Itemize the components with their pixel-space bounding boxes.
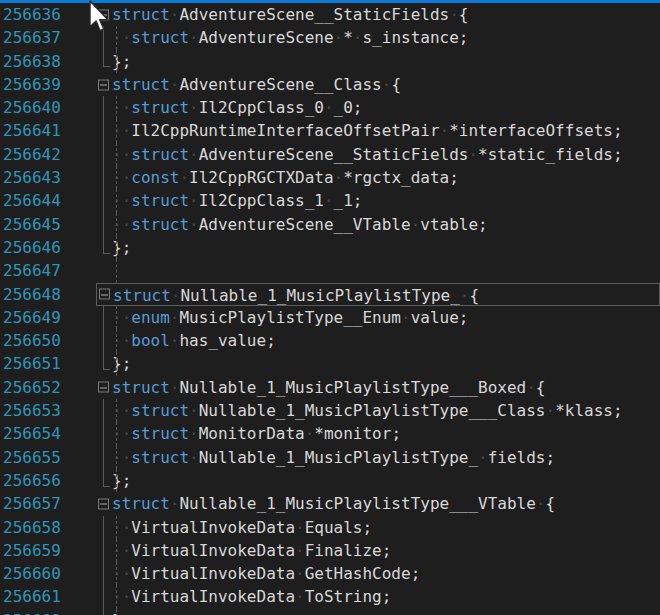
code-line[interactable]: 256647 bbox=[0, 259, 660, 282]
fold-collapse-icon[interactable] bbox=[96, 492, 112, 515]
fold-region-line bbox=[96, 352, 112, 375]
code-text[interactable]: }; bbox=[112, 609, 660, 615]
code-text[interactable]: ··VirtualInvokeData·GetHashCode; bbox=[112, 562, 660, 585]
fold-region-line bbox=[96, 213, 112, 236]
fold-region-line bbox=[96, 609, 112, 615]
code-text[interactable]: struct·AdventureScene__StaticFields·{ bbox=[112, 3, 660, 26]
line-number: 256647 bbox=[0, 259, 96, 282]
code-line[interactable]: 256641··Il2CppRuntimeInterfaceOffsetPair… bbox=[0, 119, 660, 142]
code-line[interactable]: 256657struct·Nullable_1_MusicPlaylistTyp… bbox=[0, 492, 660, 515]
line-number: 256641 bbox=[0, 119, 96, 142]
code-text[interactable]: struct·Nullable_1_MusicPlaylistType_·{ bbox=[113, 284, 659, 305]
line-number: 256646 bbox=[0, 236, 96, 259]
line-number: 256639 bbox=[0, 73, 96, 96]
code-line[interactable]: 256644··struct·Il2CppClass_1·_1; bbox=[0, 189, 660, 212]
code-line[interactable]: 256645··struct·AdventureScene__VTable·vt… bbox=[0, 213, 660, 236]
line-number: 256653 bbox=[0, 399, 96, 422]
code-line[interactable]: 256642··struct·AdventureScene__StaticFie… bbox=[0, 143, 660, 166]
code-text[interactable]: ··struct·Il2CppClass_1·_1; bbox=[112, 189, 660, 212]
code-text[interactable]: ··enum·MusicPlaylistType__Enum·value; bbox=[112, 306, 660, 329]
code-text[interactable]: ··const·Il2CppRGCTXData·*rgctx_data; bbox=[112, 166, 660, 189]
code-line[interactable]: 256639struct·AdventureScene__Class·{ bbox=[0, 73, 660, 96]
line-number: 256644 bbox=[0, 189, 96, 212]
line-number: 256662 bbox=[0, 609, 96, 615]
code-line[interactable]: 256654··struct·MonitorData·*monitor; bbox=[0, 422, 660, 445]
line-number: 256638 bbox=[0, 50, 96, 73]
code-line[interactable]: 256637··struct·AdventureScene·*·s_instan… bbox=[0, 26, 660, 49]
code-text[interactable]: ··struct·Nullable_1_MusicPlaylistType_·f… bbox=[112, 446, 660, 469]
code-line[interactable]: 256658··VirtualInvokeData·Equals; bbox=[0, 516, 660, 539]
line-number: 256660 bbox=[0, 562, 96, 585]
code-text[interactable]: }; bbox=[112, 236, 660, 259]
code-text[interactable]: ··struct·Nullable_1_MusicPlaylistType___… bbox=[112, 399, 660, 422]
code-text[interactable]: }; bbox=[112, 50, 660, 73]
code-line[interactable]: 256643··const·Il2CppRGCTXData·*rgctx_dat… bbox=[0, 166, 660, 189]
code-line[interactable]: 256638}; bbox=[0, 50, 660, 73]
code-line[interactable]: 256651}; bbox=[0, 352, 660, 375]
line-number: 256657 bbox=[0, 492, 96, 515]
fold-collapse-icon[interactable] bbox=[96, 376, 112, 399]
line-number: 256642 bbox=[0, 143, 96, 166]
code-line[interactable]: 256652struct·Nullable_1_MusicPlaylistTyp… bbox=[0, 376, 660, 399]
fold-region-line bbox=[96, 539, 112, 562]
fold-region-line bbox=[96, 189, 112, 212]
code-editor: 256636struct·AdventureScene__StaticField… bbox=[0, 0, 660, 615]
fold-region-line bbox=[96, 96, 112, 119]
code-text[interactable]: ··VirtualInvokeData·Equals; bbox=[112, 516, 660, 539]
code-text[interactable]: struct·Nullable_1_MusicPlaylistType___VT… bbox=[112, 492, 660, 515]
code-text[interactable]: struct·Nullable_1_MusicPlaylistType___Bo… bbox=[112, 376, 660, 399]
code-line[interactable]: 256661··VirtualInvokeData·ToString; bbox=[0, 585, 660, 608]
line-number: 256650 bbox=[0, 329, 96, 352]
fold-region-line bbox=[96, 422, 112, 445]
line-number: 256645 bbox=[0, 213, 96, 236]
code-text[interactable]: struct·AdventureScene__Class·{ bbox=[112, 73, 660, 96]
fold-region-line bbox=[96, 516, 112, 539]
line-number: 256656 bbox=[0, 469, 96, 492]
code-line[interactable]: 256659··VirtualInvokeData·Finalize; bbox=[0, 539, 660, 562]
fold-collapse-icon[interactable] bbox=[96, 3, 112, 26]
fold-region-line bbox=[96, 166, 112, 189]
code-text[interactable]: }; bbox=[112, 352, 660, 375]
line-number: 256649 bbox=[0, 306, 96, 329]
code-text[interactable]: ··VirtualInvokeData·Finalize; bbox=[112, 539, 660, 562]
fold-region-line bbox=[96, 306, 112, 329]
line-number: 256648 bbox=[0, 283, 96, 306]
code-text[interactable]: }; bbox=[112, 469, 660, 492]
code-text[interactable]: ··struct·AdventureScene__VTable·vtable; bbox=[112, 213, 660, 236]
fold-region-line bbox=[96, 329, 112, 352]
code-line[interactable]: 256656}; bbox=[0, 469, 660, 492]
line-number: 256652 bbox=[0, 376, 96, 399]
line-number: 256636 bbox=[0, 3, 96, 26]
code-line-current[interactable]: 256648struct·Nullable_1_MusicPlaylistTyp… bbox=[0, 283, 660, 306]
code-line[interactable]: 256655··struct·Nullable_1_MusicPlaylistT… bbox=[0, 446, 660, 469]
code-text[interactable]: ··VirtualInvokeData·ToString; bbox=[112, 585, 660, 608]
fold-collapse-icon[interactable] bbox=[96, 73, 112, 96]
fold-collapse-icon[interactable] bbox=[97, 284, 113, 305]
code-line[interactable]: 256653··struct·Nullable_1_MusicPlaylistT… bbox=[0, 399, 660, 422]
line-number: 256654 bbox=[0, 422, 96, 445]
fold-region-line bbox=[96, 469, 112, 492]
code-text[interactable]: ··Il2CppRuntimeInterfaceOffsetPair·*inte… bbox=[112, 119, 660, 142]
code-line[interactable]: 256662}; bbox=[0, 609, 660, 615]
code-line[interactable]: 256640··struct·Il2CppClass_0·_0; bbox=[0, 96, 660, 119]
code-line[interactable]: 256636struct·AdventureScene__StaticField… bbox=[0, 3, 660, 26]
code-text[interactable]: ··struct·Il2CppClass_0·_0; bbox=[112, 96, 660, 119]
code-text[interactable]: ··struct·AdventureScene__StaticFields·*s… bbox=[112, 143, 660, 166]
line-number: 256658 bbox=[0, 516, 96, 539]
code-line[interactable]: 256650··bool·has_value; bbox=[0, 329, 660, 352]
code-text[interactable] bbox=[112, 259, 660, 282]
code-text[interactable]: ··bool·has_value; bbox=[112, 329, 660, 352]
line-number: 256655 bbox=[0, 446, 96, 469]
fold-region-line bbox=[96, 143, 112, 166]
code-line[interactable]: 256646}; bbox=[0, 236, 660, 259]
code-line[interactable]: 256649··enum·MusicPlaylistType__Enum·val… bbox=[0, 306, 660, 329]
line-number: 256643 bbox=[0, 166, 96, 189]
fold-region-line bbox=[96, 562, 112, 585]
fold-region-line bbox=[96, 50, 112, 73]
editor-code-area[interactable]: 256636struct·AdventureScene__StaticField… bbox=[0, 3, 660, 615]
line-number: 256651 bbox=[0, 352, 96, 375]
code-text[interactable]: ··struct·AdventureScene·*·s_instance; bbox=[112, 26, 660, 49]
code-line[interactable]: 256660··VirtualInvokeData·GetHashCode; bbox=[0, 562, 660, 585]
code-text[interactable]: ··struct·MonitorData·*monitor; bbox=[112, 422, 660, 445]
line-number: 256661 bbox=[0, 585, 96, 608]
